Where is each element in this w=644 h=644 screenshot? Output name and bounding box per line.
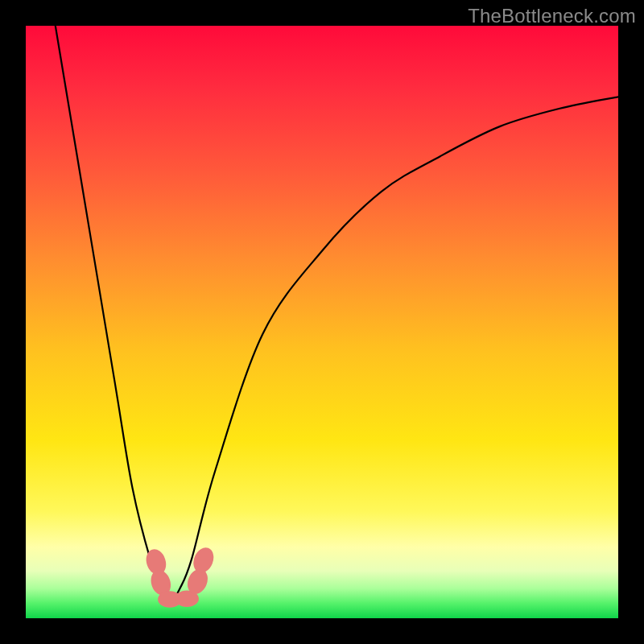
watermark-text: TheBottleneck.com (468, 5, 636, 27)
marker-group (143, 544, 217, 607)
chart-frame: TheBottleneck.com (0, 0, 644, 644)
plot-area (26, 26, 618, 618)
bottleneck-curve (56, 26, 618, 601)
curve-layer (26, 26, 618, 618)
